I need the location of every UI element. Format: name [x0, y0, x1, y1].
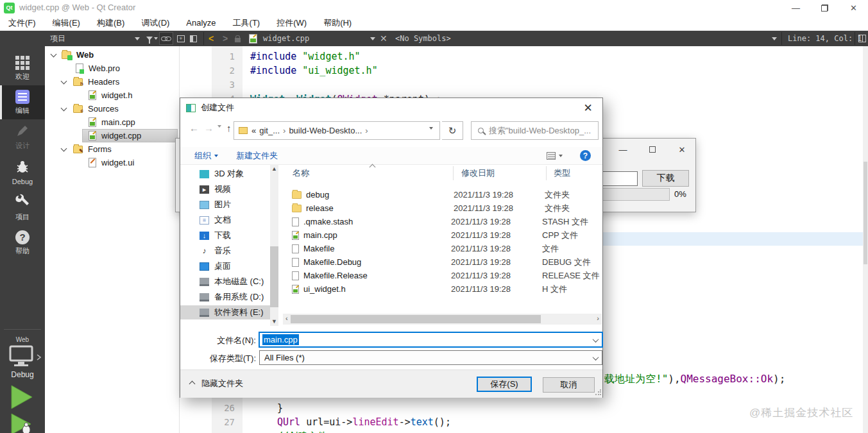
file-row[interactable]: Makefile.Debug2021/11/3 19:28DEBUG 文件: [283, 255, 602, 269]
menu-build[interactable]: 构建(B): [89, 15, 133, 31]
tree-item-headers[interactable]: h Headers: [45, 75, 179, 89]
split-pane-button[interactable]: +: [177, 31, 185, 46]
place-disk-e[interactable]: 软件资料 (E:): [180, 305, 278, 319]
close-document-button[interactable]: ✕: [380, 31, 387, 46]
lock-button[interactable]: [235, 31, 241, 46]
maximize-button[interactable]: [642, 142, 663, 157]
mode-help[interactable]: ? 帮助: [0, 226, 45, 260]
close-pane-button[interactable]: [190, 31, 197, 46]
filter-button[interactable]: [146, 31, 158, 46]
chevron-down-icon[interactable]: [593, 354, 599, 361]
menu-tools[interactable]: 工具(T): [225, 15, 269, 31]
mode-welcome[interactable]: 欢迎: [0, 51, 45, 85]
place-videos[interactable]: ▸视频: [180, 182, 270, 196]
minimize-button[interactable]: —: [781, 0, 810, 15]
up-arrow-icon[interactable]: ↑: [226, 123, 232, 133]
column-date[interactable]: 修改日期: [461, 167, 495, 179]
menu-file[interactable]: 文件(F): [0, 15, 44, 31]
place-disk-c[interactable]: 本地磁盘 (C:): [180, 275, 270, 289]
file-row[interactable]: ui_widget.h2021/11/3 19:28H 文件: [283, 282, 602, 296]
hide-folders-button[interactable]: 隐藏文件夹: [201, 378, 243, 389]
file-row[interactable]: Makefile.Release2021/11/3 19:28RELEASE 文…: [283, 269, 602, 282]
chevron-down-icon[interactable]: [51, 51, 57, 58]
breadcrumb-parent[interactable]: git_...: [259, 126, 280, 135]
mode-debug[interactable]: Debug: [0, 155, 45, 189]
place-downloads[interactable]: ↓下载: [180, 228, 270, 242]
mode-edit[interactable]: 编辑: [0, 85, 45, 119]
scroll-up-icon[interactable]: ▲: [271, 166, 277, 172]
resize-grip[interactable]: [595, 389, 601, 396]
address-dropdown[interactable]: [429, 130, 433, 139]
place-disk-d[interactable]: 备用系统 (D:): [180, 290, 270, 304]
download-button[interactable]: 下载: [642, 170, 689, 187]
place-music[interactable]: ♪音乐: [180, 244, 270, 258]
link-with-editor-button[interactable]: [159, 32, 173, 45]
file-row[interactable]: Makefile2021/11/3 19:28文件: [283, 242, 602, 255]
symbol-selector-dropdown[interactable]: <No Symbols>: [395, 31, 451, 46]
mode-projects[interactable]: 项目: [0, 189, 45, 226]
chevron-down-icon[interactable]: [61, 78, 67, 85]
tree-item-main-cpp[interactable]: main.cpp: [45, 115, 179, 129]
breadcrumb-current[interactable]: build-Web-Deskto...: [289, 126, 362, 135]
open-document-dropdown[interactable]: widget.cpp: [263, 31, 375, 46]
history-dropdown[interactable]: [217, 128, 221, 137]
menu-widgets[interactable]: 控件(W): [268, 15, 315, 31]
debug-run-button[interactable]: [11, 413, 35, 433]
forward-arrow-icon[interactable]: →: [204, 123, 214, 133]
back-arrow-icon[interactable]: ←: [189, 123, 199, 133]
file-row[interactable]: debug2021/11/3 19:28文件夹: [283, 188, 602, 201]
place-3d-objects[interactable]: 3D 对象: [180, 167, 270, 181]
restore-button[interactable]: [810, 0, 839, 15]
place-desktop[interactable]: 桌面: [180, 259, 270, 273]
tree-item-sources[interactable]: c Sources: [45, 102, 179, 115]
places-scrollbar[interactable]: ▲ ▼: [270, 164, 278, 326]
search-box[interactable]: 搜索"build-Web-Desktop_...: [471, 121, 599, 140]
file-list-hscrollbar[interactable]: ‹ ›: [283, 314, 602, 325]
tree-item-widget-cpp[interactable]: widget.cpp: [45, 129, 179, 142]
place-pictures[interactable]: 图片: [180, 198, 270, 212]
tree-item-forms[interactable]: ✎ Forms: [45, 142, 179, 156]
file-row[interactable]: .qmake.stash2021/11/3 19:28STASH 文件: [283, 215, 602, 228]
chevron-down-icon[interactable]: [61, 146, 67, 152]
menu-help[interactable]: 帮助(H): [315, 15, 360, 31]
scroll-down-icon[interactable]: ▼: [271, 318, 277, 325]
run-button[interactable]: [11, 385, 33, 412]
column-type[interactable]: 类型: [554, 167, 570, 179]
close-button[interactable]: ✕: [671, 142, 693, 157]
go-back-button[interactable]: <: [208, 31, 214, 46]
new-folder-button[interactable]: 新建文件夹: [236, 150, 278, 162]
tree-item-widget-h[interactable]: widget.h: [45, 89, 179, 102]
menu-edit[interactable]: 编辑(E): [44, 15, 89, 31]
chevron-down-icon[interactable]: [593, 336, 599, 343]
close-button[interactable]: ✕: [839, 0, 868, 15]
scrollbar-thumb[interactable]: [864, 162, 867, 264]
editor-scrollbar[interactable]: [863, 46, 868, 433]
organize-button[interactable]: 组织: [194, 150, 211, 162]
menu-debug[interactable]: 调试(D): [133, 15, 178, 31]
split-editor-button[interactable]: [858, 31, 866, 46]
filetype-combobox[interactable]: All Files (*): [259, 350, 602, 365]
editor-options-dropdown[interactable]: [772, 31, 777, 46]
refresh-button[interactable]: ↻: [442, 121, 463, 140]
scrollbar-thumb[interactable]: [291, 315, 541, 323]
file-row[interactable]: main.cpp2021/11/3 19:28CPP 文件: [283, 228, 602, 242]
minimize-button[interactable]: —: [612, 142, 634, 157]
place-documents[interactable]: ≡文档: [180, 213, 270, 227]
column-name[interactable]: 名称: [293, 167, 309, 179]
tree-item-widget-ui[interactable]: widget.ui: [45, 156, 179, 169]
chevron-down-icon[interactable]: [61, 105, 67, 112]
dialog-close-button[interactable]: ✕: [574, 98, 602, 117]
kit-selector[interactable]: [9, 345, 35, 369]
scroll-left-icon[interactable]: ‹: [285, 314, 288, 322]
scrollbar-thumb[interactable]: [270, 246, 278, 307]
tree-item-web-pro[interactable]: Web.pro: [45, 62, 179, 75]
view-mode-button[interactable]: [547, 152, 563, 160]
help-button[interactable]: ?: [580, 150, 591, 161]
filename-combobox[interactable]: main.cpp: [259, 332, 602, 347]
address-bar[interactable]: « git_... › build-Web-Deskto... ›: [234, 121, 440, 140]
go-forward-button[interactable]: >: [223, 31, 228, 46]
pane-selector-dropdown[interactable]: 项目: [50, 31, 140, 46]
cancel-button[interactable]: 取消: [543, 377, 595, 393]
file-row[interactable]: release2021/11/3 19:28文件夹: [283, 201, 602, 215]
save-button[interactable]: 保存(S): [477, 377, 532, 392]
